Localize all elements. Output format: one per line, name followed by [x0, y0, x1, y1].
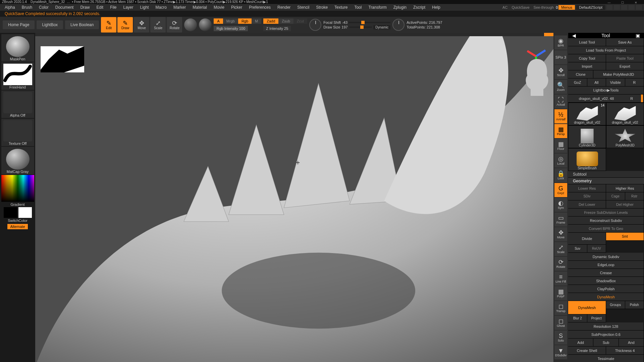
close-panel-icon[interactable] [636, 5, 642, 10]
rail-line-fill-button[interactable]: ≡Line Fill [554, 272, 567, 286]
brush-slot[interactable]: MaskPen [1, 34, 34, 62]
z-intensity-slider[interactable]: Z Intensity 25 [263, 26, 291, 31]
color-picker[interactable] [1, 175, 34, 202]
layout-icon[interactable] [621, 5, 627, 10]
tool-name-slider[interactable]: dragon_skull_v02. 48 R [568, 95, 644, 103]
rail-transp-button[interactable]: ◻Transp [554, 301, 567, 315]
lower-res-button[interactable]: Lower Res [568, 184, 606, 192]
seethrough-value[interactable]: 0 [556, 5, 558, 9]
edgeloop-section[interactable]: EdgeLoop [568, 261, 644, 269]
subtool-section[interactable]: Subtool [568, 171, 644, 178]
menu-draw[interactable]: Draw [77, 5, 93, 10]
rail-bpr-button[interactable]: ◉BPR [554, 36, 567, 50]
draw-mode-button[interactable]: ✎Draw [117, 17, 133, 33]
suv-toggle[interactable]: Suv [568, 245, 587, 253]
cage-button[interactable]: Cage [606, 192, 625, 200]
gradient-label[interactable]: Gradient [10, 202, 24, 206]
goz-button[interactable]: GoZ [568, 78, 587, 86]
menu-transform[interactable]: Transform [365, 5, 390, 10]
rail-actual-button[interactable]: ⛶Actual [554, 95, 567, 109]
menu-preferences[interactable]: Preferences [246, 5, 274, 10]
focal-shift-slider[interactable] [349, 22, 390, 23]
rail-gxyz-button[interactable]: GGxyz [554, 183, 567, 197]
menu-render[interactable]: Render [274, 5, 294, 10]
menu-brush[interactable]: Brush [18, 5, 36, 10]
viewport[interactable]: ＋ [35, 33, 553, 362]
rail-persp-button[interactable]: ▦Persp [554, 124, 567, 138]
rail-move-button[interactable]: ✥Move [554, 227, 567, 241]
panel-collapse-icon[interactable]: ◀ [572, 33, 576, 38]
project-toggle[interactable]: Project [587, 314, 606, 322]
dynamesh-section[interactable]: DynaMesh [568, 293, 644, 301]
higher-res-button[interactable]: Higher Res [606, 184, 644, 192]
rail-lock-button[interactable]: 🔒Lock [554, 168, 567, 182]
rail-scale-button[interactable]: ⤢Scale [554, 242, 567, 256]
goz-all-button[interactable]: All [587, 78, 606, 86]
alpha-slot[interactable]: Alpha Off [1, 90, 34, 118]
menu-macro[interactable]: Macro [152, 5, 170, 10]
move-mode-button[interactable]: ✥Move [134, 17, 149, 33]
sub-button[interactable]: Sub [593, 339, 619, 347]
menu-edit[interactable]: Edit [93, 5, 107, 10]
polish-toggle[interactable]: Polish [625, 301, 644, 309]
dynamic-toggle[interactable]: Dynamic [373, 25, 390, 29]
del-higher-button[interactable]: Del Higher [606, 200, 644, 208]
del-lower-button[interactable]: Del Lower [568, 200, 606, 208]
rail-dsubdiv-button[interactable]: ▼DSubdiv [554, 345, 567, 359]
rstr-button[interactable]: Rstr [625, 192, 644, 200]
menu-document[interactable]: Document [52, 5, 77, 10]
panel-close-icon[interactable]: ▣ [636, 33, 640, 38]
menus-toggle[interactable]: Menus [558, 5, 575, 10]
geometry-section[interactable]: Geometry [568, 178, 644, 184]
texture-slot[interactable]: Texture Off [1, 119, 34, 146]
menu-layer[interactable]: Layer [120, 5, 137, 10]
create-shell-button[interactable]: Create Shell [568, 347, 606, 355]
claypolish-section[interactable]: ClayPolish [568, 285, 644, 293]
zcut-toggle[interactable]: Zcut [293, 18, 307, 24]
rotate-mode-button[interactable]: ⟳Rotate [167, 17, 182, 33]
menu-zplugin[interactable]: Zplugin [390, 5, 410, 10]
sdiv-slider[interactable]: SDiv [568, 192, 606, 200]
alpha-preview[interactable] [41, 46, 84, 72]
zsub-toggle[interactable]: Zsub [278, 18, 293, 24]
subprojection-slider[interactable]: SubProjection 0.6 [568, 330, 644, 339]
rgb-toggle[interactable]: Rgb [238, 18, 252, 24]
focal-dial-icon[interactable] [309, 19, 321, 31]
material-slot[interactable]: MatCap Gray [1, 147, 34, 174]
menu-material[interactable]: Material [189, 5, 210, 10]
smt-toggle[interactable]: Smt [606, 233, 644, 241]
clone-button[interactable]: Clone [568, 70, 593, 78]
window-maximize-icon[interactable]: ☐ [616, 1, 629, 3]
camera-head-icon[interactable] [522, 56, 552, 97]
resolution-slider[interactable]: Resolution 128 [568, 322, 644, 330]
tool-thumb-polymesh3d[interactable]: PolyMesh3D [606, 125, 644, 148]
switch-color-button[interactable]: SwitchColor [8, 219, 28, 223]
menu-color[interactable]: Color [36, 5, 52, 10]
default-zscript[interactable]: DefaultZScript [576, 5, 605, 10]
rail-local-button[interactable]: ◎Local [554, 154, 567, 168]
tool-thumb-cylinder3d[interactable]: Cylinder3D [568, 125, 606, 148]
menu-marker[interactable]: Marker [170, 5, 189, 10]
convert-bpr-button[interactable]: Convert BPR To Geo [568, 225, 644, 233]
menu-zscript[interactable]: Zscript [410, 5, 429, 10]
tool-thumb-dragon_skull_v02[interactable]: dragon_skull_v02 [606, 103, 644, 125]
copy-tool-button[interactable]: Copy Tool [568, 54, 606, 62]
rail-floor-button[interactable]: ▦Floor [554, 139, 567, 153]
rail-spix-3-button[interactable]: SPix 3 [554, 50, 567, 64]
export-button[interactable]: Export [606, 62, 644, 70]
import-button[interactable]: Import [568, 62, 606, 70]
rail-frame-button[interactable]: ▭Frame [554, 213, 567, 227]
rail-scroll-button[interactable]: ✥Scroll [554, 65, 567, 79]
window-minimize-icon[interactable]: — [603, 1, 615, 3]
window-close-icon[interactable]: ✕ [630, 1, 642, 3]
reuv-toggle[interactable]: ReUV [587, 245, 606, 253]
size-dial-icon[interactable] [392, 19, 405, 31]
load-tools-project-button[interactable]: Load Tools From Project [568, 46, 644, 54]
thickness-slider[interactable]: Thickness 4 [606, 347, 644, 355]
zadd-toggle[interactable]: Zadd [263, 18, 278, 24]
menu-stencil[interactable]: Stencil [294, 5, 313, 10]
lightbox-tools-button[interactable]: Lightbox▶Tools [568, 86, 644, 95]
draw-size-slider[interactable] [349, 26, 372, 28]
and-button[interactable]: And [619, 339, 644, 347]
edit-mode-button[interactable]: ✎Edit [101, 17, 116, 33]
